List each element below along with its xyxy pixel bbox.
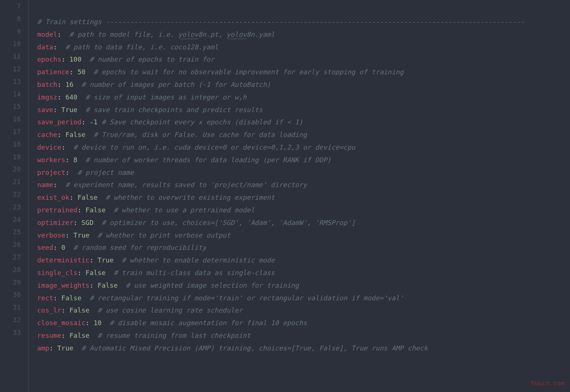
- code-line[interactable]: epochs: 100 # number of epochs to train …: [37, 53, 570, 66]
- line-number: 23: [0, 201, 21, 213]
- code-line[interactable]: optimizer: SGD # optimizer to use, choic…: [37, 216, 570, 229]
- punctuation: :: [65, 156, 74, 164]
- yaml-key: rect: [37, 294, 53, 302]
- value-literal: False: [77, 193, 97, 201]
- whitespace: [90, 231, 98, 239]
- whitespace: [106, 206, 114, 214]
- whitespace: [77, 156, 85, 164]
- number-literal: 0: [61, 244, 65, 251]
- line-number: 30: [0, 288, 21, 301]
- punctuation: :: [61, 306, 69, 314]
- line-number: 11: [0, 50, 21, 63]
- comment: # Automatic Mixed Precision (AMP) traini…: [81, 344, 428, 352]
- code-line[interactable]: cos_lr: False # use cosine learning rate…: [37, 304, 570, 317]
- code-line[interactable]: verbose: True # whether to print verbose…: [37, 229, 570, 242]
- yaml-key: single_cls: [37, 269, 77, 277]
- code-line[interactable]: workers: 8 # number of worker threads fo…: [37, 154, 570, 166]
- code-line[interactable]: project: # project name: [37, 166, 570, 179]
- punctuation: :: [53, 181, 57, 189]
- comment: # True/ram, disk or False. Use cache for…: [94, 131, 307, 138]
- comment: # resume training from last checkpoint: [98, 331, 251, 339]
- code-line[interactable]: name: # experiment name, results saved t…: [37, 179, 570, 191]
- comment: # epochs to wait for no observable impro…: [94, 68, 404, 76]
- whitespace: [98, 118, 102, 126]
- whitespace: [61, 30, 69, 38]
- code-line[interactable]: patience: 50 # epochs to wait for no obs…: [37, 66, 570, 78]
- punctuation: :: [57, 30, 61, 38]
- value-literal: False: [69, 331, 90, 339]
- comment: # experiment name, results saved to 'pro…: [65, 181, 307, 189]
- code-line[interactable]: seed: 0 # random seed for reproducibilit…: [37, 241, 570, 254]
- yaml-key: device: [37, 143, 61, 151]
- yaml-key: image_weights: [37, 281, 90, 289]
- yaml-key: close_mosaic: [37, 319, 85, 327]
- line-number: 22: [0, 188, 21, 201]
- yaml-key: save: [37, 106, 53, 114]
- number-literal: 16: [65, 81, 74, 88]
- value-literal: False: [85, 206, 106, 214]
- whitespace: [69, 169, 78, 176]
- line-number: 15: [0, 100, 21, 113]
- line-number: 33: [0, 326, 21, 339]
- whitespace: [90, 306, 98, 314]
- whitespace: [81, 55, 90, 63]
- yaml-key: cache: [37, 131, 57, 138]
- line-number: 25: [0, 226, 21, 238]
- spellcheck-warning: yolov: [226, 30, 246, 38]
- punctuation: :: [61, 331, 69, 339]
- whitespace: [57, 43, 65, 51]
- whitespace: [101, 319, 110, 327]
- punctuation: :: [90, 281, 98, 289]
- yaml-key: name: [37, 181, 53, 189]
- punctuation: :: [53, 106, 61, 114]
- comment: # number of epochs to train for: [90, 55, 214, 63]
- code-line[interactable]: # Train settings -----------------------…: [37, 16, 570, 28]
- code-area[interactable]: # Train settings -----------------------…: [29, 0, 570, 392]
- yaml-key: verbose: [37, 231, 65, 239]
- number-literal: 8: [74, 156, 78, 164]
- code-line[interactable]: model: # path to model file, i.e. yolov8…: [37, 28, 570, 41]
- comment: # random seed for reproducibility: [74, 244, 207, 251]
- whitespace: [114, 256, 122, 264]
- comment: # save train checkpoints and predict res…: [85, 106, 263, 114]
- comment: # optimizer to use, choices=['SGD', 'Ada…: [101, 219, 355, 226]
- code-line[interactable]: amp: True # Automatic Mixed Precision (A…: [37, 342, 570, 355]
- number-literal: 10: [94, 319, 102, 327]
- line-number: 12: [0, 63, 21, 75]
- comment: # use cosine learning rate scheduler: [98, 306, 243, 314]
- code-line[interactable]: device: # device to run on, i.e. cuda de…: [37, 141, 570, 154]
- yaml-key: workers: [37, 156, 65, 164]
- code-line[interactable]: pretrained: False # whether to use a pre…: [37, 204, 570, 216]
- yaml-key: model: [37, 30, 57, 38]
- punctuation: :: [57, 131, 65, 138]
- code-line[interactable]: rect: False # rectangular training if mo…: [37, 292, 570, 304]
- code-line[interactable]: save_period: -1 # Save checkpoint every …: [37, 116, 570, 128]
- comment: # whether to enable deterministic mode: [122, 256, 275, 264]
- whitespace: [65, 244, 74, 251]
- code-line[interactable]: single_cls: False # train multi-class da…: [37, 267, 570, 279]
- comment: # number of worker threads for data load…: [85, 156, 331, 164]
- value-literal: True: [61, 106, 77, 114]
- line-number: 10: [0, 37, 21, 50]
- value-literal: True: [57, 344, 73, 352]
- code-line[interactable]: batch: 16 # number of images per batch (…: [37, 78, 570, 91]
- value-literal: SGD: [81, 219, 94, 226]
- punctuation: :: [53, 244, 61, 251]
- code-line[interactable]: image_weights: False # use weighted imag…: [37, 279, 570, 292]
- punctuation: :: [69, 68, 78, 76]
- yaml-key: exist_ok: [37, 193, 69, 201]
- code-line[interactable]: exist_ok: False # whether to overwrite e…: [37, 191, 570, 204]
- value-literal: False: [65, 131, 85, 138]
- code-editor[interactable]: 7891011121314151617181920212223242526272…: [0, 0, 570, 392]
- comment: 8n.pt,: [198, 30, 227, 38]
- code-line[interactable]: save: True # save train checkpoints and …: [37, 104, 570, 116]
- code-line[interactable]: close_mosaic: 10 # disable mosaic augmen…: [37, 317, 570, 329]
- punctuation: :: [57, 93, 65, 101]
- code-line[interactable]: resume: False # resume training from las…: [37, 329, 570, 342]
- line-number: 28: [0, 264, 21, 276]
- code-line[interactable]: data: # path to data file, i.e. coco128.…: [37, 41, 570, 53]
- yaml-key: patience: [37, 68, 69, 76]
- code-line[interactable]: deterministic: True # whether to enable …: [37, 254, 570, 267]
- code-line[interactable]: cache: False # True/ram, disk or False. …: [37, 128, 570, 141]
- code-line[interactable]: imgsz: 640 # size of input images as int…: [37, 91, 570, 104]
